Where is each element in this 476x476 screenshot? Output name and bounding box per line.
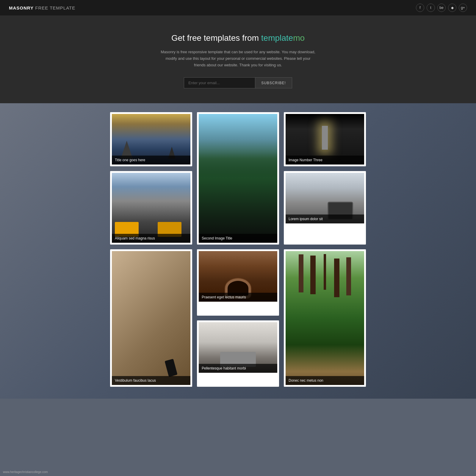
social-icons: f t be ◆ g+ (416, 4, 467, 12)
hero-section: Get free templates from templatemo Mason… (0, 15, 476, 103)
card-6-inner: Praesent eget lectus mauris (199, 251, 277, 302)
gplus-icon[interactable]: g+ (459, 4, 467, 12)
card-3[interactable]: Image Number Three (284, 112, 366, 166)
subscribe-button[interactable]: SUBSCRIBE! (255, 77, 292, 88)
card-4-title: Aliquam sed magna risus (112, 234, 190, 243)
card-8-inner: Donec nec metus non (286, 251, 364, 385)
email-input[interactable] (184, 77, 255, 88)
brand: MASONRY FREE TEMPLATE (9, 5, 75, 10)
facebook-icon[interactable]: f (416, 4, 424, 12)
card-9-title: Pellentesque habitant morbi (199, 364, 277, 373)
card-9-inner: Pellentesque habitant morbi (199, 322, 277, 373)
card-3-title: Image Number Three (286, 156, 364, 165)
card-8-title: Donec nec metus non (286, 376, 364, 385)
card-5-inner: Lorem ipsum dolor sit (286, 173, 364, 223)
twitter-icon[interactable]: t (427, 4, 435, 12)
card-6[interactable]: Praesent eget lectus mauris (197, 249, 279, 316)
navbar: MASONRY FREE TEMPLATE f t be ◆ g+ (0, 0, 476, 15)
card-2[interactable]: Second Image Title (197, 112, 279, 245)
card-1-inner: Title one goes here (112, 114, 190, 165)
behance-icon[interactable]: be (437, 4, 446, 12)
card-9[interactable]: Pellentesque habitant morbi (197, 320, 279, 387)
card-5-title: Lorem ipsum dolor sit (286, 214, 364, 223)
card-8[interactable]: Donec nec metus non (284, 249, 366, 387)
hero-green: mo (293, 33, 305, 43)
card-1-title: Title one goes here (112, 156, 190, 165)
card-6-title: Praesent eget lectus mauris (199, 293, 277, 302)
card-4-image (112, 173, 190, 243)
card-5[interactable]: Lorem ipsum dolor sit (284, 171, 366, 245)
dribbble-icon[interactable]: ◆ (448, 4, 456, 12)
card-2-title: Second Image Title (199, 234, 277, 243)
card-2-image (199, 114, 277, 243)
card-8-image (286, 251, 364, 385)
hero-heading-text: Get free templates from (171, 33, 261, 43)
card-1[interactable]: Title one goes here (110, 112, 192, 166)
card-4-inner: Aliquam sed magna risus (112, 173, 190, 243)
card-3-inner: Image Number Three (286, 114, 364, 165)
hero-cyan: template (261, 33, 293, 43)
card-7-inner: Vestibulum faucibus lacus (112, 251, 190, 385)
card-2-inner: Second Image Title (199, 114, 277, 243)
brand-bold: MASONRY (9, 5, 34, 10)
card-4[interactable]: Aliquam sed magna risus (110, 171, 192, 245)
hero-heading: Get free templates from templatemo (6, 33, 470, 43)
masonry-section: Title one goes here Second Image Title I… (0, 103, 476, 399)
card-7-image (112, 251, 190, 385)
hero-form: SUBSCRIBE! (6, 77, 470, 88)
card-7-title: Vestibulum faucibus lacus (112, 376, 190, 385)
footer-link[interactable]: www.heritagechristiancollege.com (3, 470, 48, 474)
masonry-grid: Title one goes here Second Image Title I… (110, 112, 366, 387)
card-7[interactable]: Vestibulum faucibus lacus (110, 249, 192, 387)
brand-light: FREE TEMPLATE (35, 5, 75, 10)
hero-description: Masonry is free responsive template that… (161, 49, 315, 68)
